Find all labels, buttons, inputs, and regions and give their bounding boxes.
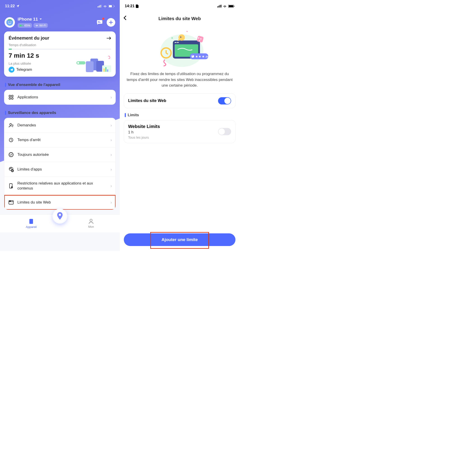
svg-rect-1 (99, 6, 100, 7)
svg-rect-42 (29, 219, 33, 224)
svg-point-63 (180, 37, 182, 38)
row-always-allowed[interactable]: Toujours autorisée › (4, 148, 115, 162)
usage-progress (9, 49, 111, 50)
row-downtime[interactable]: Temps d'arrêt › (4, 133, 115, 148)
section-overview: Vue d'ensemble de l'appareil (5, 83, 115, 87)
svg-rect-3 (101, 5, 102, 7)
grid-icon (8, 94, 14, 100)
svg-point-43 (59, 214, 61, 216)
svg-rect-0 (98, 6, 98, 7)
chevron-right-icon: › (111, 123, 112, 128)
chevron-right-icon: › (111, 152, 112, 157)
svg-rect-46 (219, 6, 219, 7)
page-title: Limites du site Web (132, 16, 227, 21)
status-bar: 14:21 (120, 0, 239, 10)
svg-rect-45 (217, 6, 218, 7)
svg-point-31 (10, 123, 12, 125)
messages-button[interactable] (95, 18, 104, 27)
row-label: Applications (17, 95, 107, 100)
svg-rect-2 (100, 5, 100, 7)
limit-toggle[interactable] (218, 128, 231, 135)
battery-icon (228, 5, 235, 8)
location-fab[interactable] (52, 209, 67, 224)
chevron-left-icon (123, 15, 126, 20)
battery-value: 65% (25, 24, 30, 27)
limit-schedule: Tous les jours (128, 135, 160, 139)
row-label: Demandes (17, 123, 107, 128)
website-limits-toggle[interactable] (218, 97, 231, 104)
svg-rect-14 (23, 25, 24, 26)
chevron-right-icon: › (111, 184, 112, 188)
limit-item[interactable]: Website Limits 1 h Tous les jours (124, 120, 235, 143)
clock-icon (8, 137, 14, 143)
add-button[interactable] (107, 18, 115, 27)
section-monitor: Surveillance des appareils (5, 110, 115, 115)
cellular-icon (98, 5, 102, 7)
most-used-app: Telegram (16, 67, 32, 72)
svg-text:★ ★ ★ .com: ★ ★ ★ .com (195, 55, 211, 58)
device-selector[interactable]: iPhone 11 (18, 17, 93, 22)
status-bar: 11:22 (0, 0, 120, 10)
today-card[interactable]: Événement du jour Temps d'utilisation 7 … (4, 32, 116, 77)
wifi-small-icon (35, 24, 38, 27)
badge-check-icon (8, 152, 14, 158)
pin-icon (56, 212, 63, 220)
device-name-label: iPhone 11 (18, 17, 38, 22)
status-time: 14:21 (125, 4, 134, 8)
svg-rect-13 (20, 25, 22, 26)
usage-label: Temps d'utilisation (9, 43, 111, 47)
svg-rect-15 (97, 20, 102, 24)
plus-icon (109, 20, 113, 24)
row-website-limits[interactable]: Limites du site Web › (4, 195, 115, 210)
website-limits-toggle-row: Limites du site Web (124, 93, 235, 108)
svg-point-44 (90, 219, 92, 221)
chevron-right-icon: › (111, 138, 112, 142)
svg-point-32 (13, 126, 13, 127)
card-illustration (75, 54, 113, 75)
limit-duration: 1 h (128, 130, 160, 135)
svg-rect-28 (12, 95, 13, 97)
arrow-right-icon (106, 36, 111, 40)
phone-gear-icon (8, 183, 14, 189)
svg-point-62 (199, 40, 200, 41)
telegram-icon (9, 67, 14, 73)
svg-point-40 (9, 201, 10, 201)
svg-point-10 (8, 22, 9, 22)
row-app-limits[interactable]: Limites d'apps › (4, 162, 115, 177)
row-content-restrictions[interactable]: Restrictions relatives aux applications … (4, 177, 115, 195)
svg-point-22 (77, 62, 79, 64)
chevron-right-icon: › (111, 167, 112, 172)
svg-rect-17 (98, 22, 100, 23)
svg-rect-26 (107, 69, 108, 72)
svg-rect-19 (86, 61, 94, 72)
device-header: iPhone 11 65% Wi-Fi (0, 10, 120, 32)
row-label: Restrictions relatives aux applications … (17, 181, 107, 191)
cube-clock-icon (8, 166, 14, 173)
status-right (98, 5, 115, 8)
tab-mine[interactable]: Mon (88, 219, 94, 228)
row-requests[interactable]: Demandes › (4, 118, 115, 133)
svg-rect-25 (105, 67, 106, 72)
today-title: Événement du jour (9, 36, 49, 41)
chevron-down-icon (39, 18, 42, 20)
highlight-box (150, 232, 209, 249)
wifi-chip: Wi-Fi (33, 23, 48, 28)
toggle-label: Limites du site Web (128, 98, 166, 103)
user-question-icon (8, 122, 14, 129)
svg-point-61 (200, 39, 201, 39)
battery-icon (108, 5, 115, 8)
chevron-right-icon: › (111, 95, 112, 100)
row-applications[interactable]: Applications › (4, 90, 115, 104)
avatar[interactable] (5, 17, 15, 28)
tab-device[interactable]: Appareil (26, 219, 37, 229)
chat-icon (96, 20, 103, 25)
back-button[interactable] (123, 15, 132, 22)
device-icon (29, 219, 34, 224)
svg-point-60 (198, 38, 199, 39)
hero-illustration: ★ ★ ★ .com ✦ (120, 26, 239, 71)
svg-rect-24 (103, 69, 105, 72)
row-label: Temps d'arrêt (17, 137, 107, 142)
status-time: 11:22 (5, 4, 15, 8)
cellular-icon (217, 5, 221, 7)
row-label: Limites d'apps (17, 167, 107, 172)
